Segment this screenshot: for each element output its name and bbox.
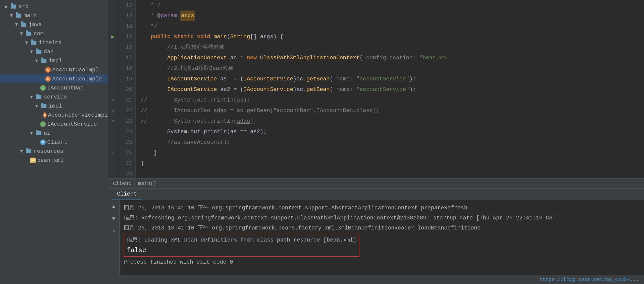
console-line-7: Process finished with exit code 0	[124, 257, 640, 267]
sidebar-item-beanxml[interactable]: xml bean.xml	[0, 156, 108, 165]
code-line-28	[141, 169, 639, 178]
sidebar-item-dao[interactable]: ▼ dao	[0, 47, 108, 56]
sidebar-item-service[interactable]: ▼ service	[0, 92, 108, 102]
chevron-down-icon: ▼	[30, 94, 35, 100]
folder-icon	[35, 49, 42, 55]
gutter-row-21: ◇	[108, 94, 118, 105]
sidebar-item-label: AccountDaoImpl	[52, 67, 99, 73]
sidebar-item-label: src	[19, 4, 29, 10]
gutter-row-28	[108, 168, 118, 178]
console-highlight-block: 信息: Loading XML bean definitions from cl…	[124, 233, 640, 257]
sidebar: ▶ src ▼ main ▼ java ▼ com ▼ itheima	[0, 0, 108, 284]
clear-icon[interactable]: ✕	[110, 227, 118, 235]
sidebar-item-label: impl	[49, 103, 62, 109]
file-tree: ▶ src ▼ main ▼ java ▼ com ▼ itheima	[0, 0, 108, 284]
gutter-row-15-run[interactable]: ▶	[108, 31, 118, 42]
console-line-2: 信息: Refreshing org.springframework.conte…	[124, 213, 640, 223]
sidebar-item-label: main	[24, 13, 37, 19]
sidebar-item-client[interactable]: C Client	[0, 138, 108, 147]
sidebar-item-iaccountdao[interactable]: I IAccountDao	[0, 83, 108, 92]
breadcrumb-part-main[interactable]: main()	[138, 181, 156, 186]
gutter-row-23: ◇	[108, 115, 118, 126]
chevron-down-icon: ▶	[5, 4, 10, 9]
console-output: 四月 26, 2018 10:41:10 下午 org.springframew…	[120, 200, 644, 275]
sidebar-item-com[interactable]: ▼ com	[0, 29, 108, 38]
folder-icon	[40, 103, 47, 109]
sidebar-item-src[interactable]: ▶ src	[0, 2, 108, 11]
java-interface-icon: I	[40, 121, 46, 127]
sidebar-item-accountserviceimpl[interactable]: C AccountServiceImpl	[0, 111, 108, 120]
code-line-22: // IAccountDao adao = ac.getBean("accoun…	[141, 106, 639, 116]
sidebar-item-ui[interactable]: ▼ ui	[0, 129, 108, 138]
sidebar-item-label: AccountServiceImpl	[48, 112, 108, 118]
sidebar-item-label: itheima	[39, 40, 62, 46]
folder-icon	[20, 22, 27, 27]
chevron-down-icon: ▼	[15, 22, 20, 27]
sidebar-item-accountdaoimpl[interactable]: C AccountDaoImpl	[0, 65, 108, 74]
java-class-icon: C	[45, 76, 51, 82]
sidebar-item-label: com	[34, 31, 44, 37]
console-side-icons: ▲ ▼ ✕	[108, 200, 120, 275]
console-line-3: 四月 26, 2018 10:41:10 下午 org.springframew…	[124, 223, 640, 233]
java-class-icon: C	[40, 139, 46, 145]
scroll-up-icon[interactable]: ▲	[110, 203, 118, 211]
scroll-down-icon[interactable]: ▼	[110, 215, 118, 223]
chevron-down-icon: ▼	[10, 13, 15, 18]
gutter-row-14	[108, 21, 118, 32]
code-line-21: // System.out.println(as);	[141, 95, 639, 106]
code-line-26: }	[141, 148, 639, 158]
sidebar-item-label: ui	[44, 130, 50, 136]
editor-gutter: ▶ ◇ ◇ ◇ ◇	[108, 0, 118, 178]
sidebar-item-dao-impl[interactable]: ▼ impl	[0, 56, 108, 65]
sidebar-item-iaccountservice[interactable]: I IAccountService	[0, 120, 108, 129]
folder-icon	[25, 149, 32, 154]
tab-client[interactable]: Client	[112, 189, 142, 200]
code-lines[interactable]: * / * @param args */ public static void …	[136, 0, 644, 178]
breadcrumb-part-client[interactable]: Client	[113, 181, 131, 186]
folder-icon	[35, 94, 42, 100]
java-class-icon: C	[43, 112, 46, 118]
editor: ▶ ◇ ◇ ◇ ◇ 12 13 14 15 16	[108, 0, 644, 188]
sidebar-item-itheima[interactable]: ▼ itheima	[0, 38, 108, 47]
code-line-13: * @param args	[141, 11, 639, 21]
sidebar-item-label: IAccountDao	[47, 85, 84, 91]
sidebar-item-label: IAccountService	[47, 121, 97, 127]
sidebar-item-label: impl	[49, 58, 62, 64]
code-content: ▶ ◇ ◇ ◇ ◇ 12 13 14 15 16	[108, 0, 644, 178]
gutter-row-20	[108, 84, 118, 94]
gutter-row-26: ◇	[108, 147, 118, 158]
url-text[interactable]: https://blog.csdn.net/qq_42357...	[540, 277, 639, 282]
console-line-4: 信息: Loading XML bean definitions from cl…	[127, 235, 356, 245]
code-line-25: //as.saveAccount();	[141, 137, 639, 148]
code-line-23: // System.out.println(adao);	[141, 116, 639, 127]
sidebar-item-service-impl[interactable]: ▼ impl	[0, 102, 108, 111]
sidebar-item-resources[interactable]: ▼ resources	[0, 147, 108, 156]
code-line-16: //1.获取核心容器对象	[141, 42, 639, 53]
console-main: ▲ ▼ ✕ 四月 26, 2018 10:41:10 下午 org.spring…	[108, 200, 644, 275]
code-line-17: ApplicationContext ac = new ClassPathXml…	[141, 53, 639, 63]
sidebar-item-java[interactable]: ▼ java	[0, 20, 108, 29]
sidebar-item-accountdaoimpl2[interactable]: C AccountDaoImpl2	[0, 74, 108, 83]
chevron-down-icon: ▼	[20, 149, 25, 154]
bottom-tab-bar: Client	[108, 189, 644, 200]
xml-file-icon: xml	[30, 158, 36, 163]
code-line-12: * /	[141, 0, 639, 11]
gutter-row-13	[108, 11, 118, 21]
folder-icon	[30, 40, 37, 45]
gutter-row-27	[108, 157, 118, 168]
folder-icon	[15, 13, 22, 18]
gutter-row-18	[108, 63, 118, 74]
chevron-down-icon: ▼	[35, 104, 40, 109]
code-line-27: }	[141, 158, 639, 169]
code-line-18: //2.根据id获取Bean对象	[141, 63, 639, 74]
chevron-down-icon: ▼	[30, 49, 35, 54]
gutter-row-19	[108, 73, 118, 84]
code-line-24: System.out.println(as == as2);	[141, 127, 639, 137]
gutter-row-12	[108, 0, 118, 11]
chevron-down-icon: ▼	[25, 40, 30, 45]
url-bar: https://blog.csdn.net/qq_42357...	[108, 275, 644, 284]
folder-icon	[40, 58, 47, 64]
sidebar-item-label: java	[29, 22, 42, 28]
sidebar-item-main[interactable]: ▼ main	[0, 11, 108, 20]
gutter-row-24	[108, 126, 118, 136]
